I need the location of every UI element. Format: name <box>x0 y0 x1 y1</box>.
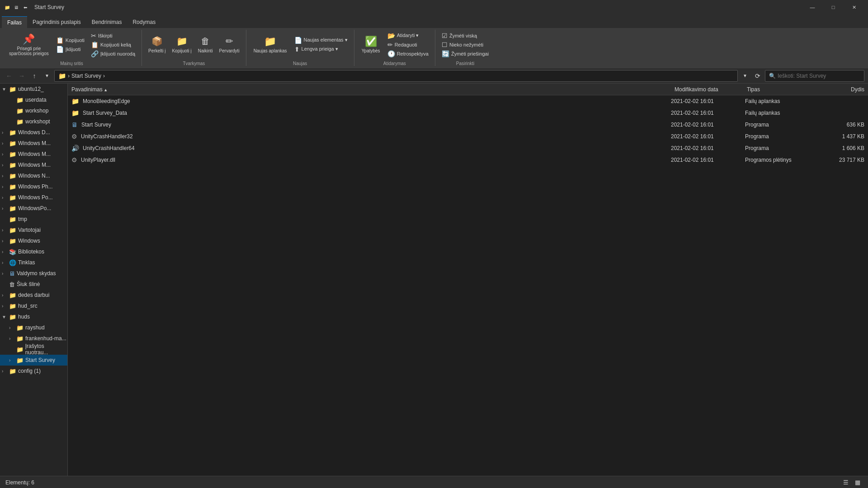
file-type: Programa <box>745 133 817 140</box>
copy-button[interactable]: 📋 Kopijuoti <box>53 36 87 45</box>
cut-col: ✂ Iškirpti 📋 Kopijuoti kelią 🔗 Įklijuoti… <box>88 31 138 58</box>
sidebar-item-tmp[interactable]: 📁 tmp <box>0 214 67 225</box>
copyto-button[interactable]: 📁 Kopijuoti į <box>169 31 194 58</box>
sidebar-item-windowsm3[interactable]: › 📁 Windows M... <box>0 160 67 170</box>
sidebar-label: dedes darbui <box>18 292 49 298</box>
sidebar-item-irasytos[interactable]: 📁 Įrašytos nuotrau... <box>0 344 67 355</box>
invertselect-button[interactable]: 🔄 Žymėti priešingai <box>439 49 491 58</box>
expand-icon: › <box>9 358 14 363</box>
file-type: Programos plėtinys <box>745 157 817 163</box>
folder-icon: 📁 <box>9 205 16 212</box>
sidebar-item-valdymo[interactable]: › 🖥 Valdymo skydas <box>0 268 67 279</box>
history-button[interactable]: 🕐 Retrospektyva <box>385 49 431 58</box>
easyaccess-button[interactable]: ⬆ Lengva prieiga ▾ <box>292 45 350 54</box>
file-row[interactable]: 🖥 Start Survey 2021-02-02 16:01 Programa… <box>68 119 868 131</box>
copypath-button[interactable]: 📋 Kopijuoti kelią <box>88 40 138 49</box>
refresh-nav-button[interactable]: ▼ <box>42 70 52 81</box>
open-label: Atidaryti ▾ <box>397 33 419 38</box>
newfolder-button[interactable]: 📁 Naujas aplankas <box>250 31 291 58</box>
file-type: Programa <box>745 122 817 128</box>
col-header-date[interactable]: Modifikavimo data <box>675 86 747 93</box>
close-button[interactable]: ✕ <box>844 0 864 14</box>
list-view-button[interactable]: ☰ <box>841 478 851 488</box>
forward-button[interactable]: → <box>16 70 27 81</box>
file-name: UnityCrashHandler32 <box>81 133 669 140</box>
file-row[interactable]: ⚙ UnityPlayer.dll 2021-02-02 16:01 Progr… <box>68 154 868 166</box>
sidebar-item-windows[interactable]: › 📁 Windows <box>0 235 67 246</box>
selectall-icon: ☑ <box>442 32 448 39</box>
search-input[interactable] <box>778 73 860 79</box>
back-button[interactable]: ← <box>4 70 14 81</box>
expand-icon: › <box>2 174 7 178</box>
sidebar-item-hudsrc[interactable]: › 📁 hud_src <box>0 300 67 311</box>
pin-button[interactable]: 📌 Prisegti priesparčiosios prieigos <box>5 31 52 58</box>
folder-icon: 📁 <box>16 324 24 331</box>
open-button[interactable]: 📂 Atidaryti ▾ <box>385 31 431 40</box>
tab-pagrindinis[interactable]: Pagrindinis puslapis <box>27 16 86 28</box>
col-header-name[interactable]: Pavadinimas <box>71 86 675 93</box>
minimize-button[interactable]: — <box>802 0 823 14</box>
sidebar-item-windowspo[interactable]: › 📁 Windows Po... <box>0 192 67 203</box>
selectall-button[interactable]: ☑ Žymėti viską <box>439 31 491 40</box>
maximize-button[interactable]: □ <box>823 0 844 14</box>
file-row[interactable]: 📁 MonoBleedingEdge 2021-02-02 16:01 Fail… <box>68 95 868 107</box>
sidebar-item-workshop[interactable]: 📁 workshop <box>0 105 67 116</box>
col-header-size[interactable]: Dydis <box>819 86 864 93</box>
delete-button[interactable]: 🗑 Naikinti <box>195 31 216 58</box>
sidebar-item-windowsm1[interactable]: › 📁 Windows M... <box>0 138 67 149</box>
newitem-button[interactable]: 📄 Naujas elementas ▾ <box>292 36 350 45</box>
sidebar-item-userdata[interactable]: 📁 userdata <box>0 94 67 105</box>
sidebar-label: Windows M... <box>18 140 51 146</box>
tab-rodymas[interactable]: Rodymas <box>127 16 161 28</box>
sidebar-item-config[interactable]: › 📁 config (1) <box>0 366 67 376</box>
move-button[interactable]: 📦 Perkelti į <box>146 31 168 58</box>
dropdown-button[interactable]: ▼ <box>740 70 750 81</box>
folder-icon: 📁 <box>9 86 16 93</box>
properties-icon: ✅ <box>365 36 377 47</box>
refresh-button[interactable]: ⟳ <box>752 70 763 81</box>
sidebar-item-tinklas[interactable]: › 🌐 Tinklas <box>0 257 67 268</box>
sidebar-item-rayshud[interactable]: › 📁 rayshud <box>0 322 67 333</box>
sidebar-item-windowsp[interactable]: › 📁 Windows Ph... <box>0 181 67 192</box>
sidebar-item-vartotojai[interactable]: › 📁 Vartotojai <box>0 225 67 235</box>
sidebar-label: workshopt <box>25 118 50 125</box>
file-row[interactable]: 📁 Start Survey_Data 2021-02-02 16:01 Fai… <box>68 107 868 119</box>
detail-view-button[interactable]: ▦ <box>853 478 863 488</box>
col-header-type[interactable]: Tipas <box>747 86 819 93</box>
up-button[interactable]: ↑ <box>29 70 40 81</box>
sidebar-item-huds[interactable]: ▼ 📁 huds <box>0 311 67 322</box>
tab-failas[interactable]: Failas <box>2 16 27 28</box>
sidebar-item-windowspo2[interactable]: › 📁 WindowsPo... <box>0 203 67 214</box>
sidebar-item-windowsn[interactable]: › 📁 Windows N... <box>0 170 67 181</box>
file-name: Start Survey <box>81 122 669 128</box>
move-label: Perkelti į <box>148 48 165 53</box>
selectnone-button[interactable]: ☐ Nieko nežymėti <box>439 40 491 49</box>
expand-icon: › <box>2 152 7 157</box>
newitem-label: Naujas elementas ▾ <box>304 37 348 43</box>
copy-icon: 📋 <box>56 37 64 44</box>
sidebar-item-siuksline[interactable]: 🗑 Šiuk šlinė <box>0 279 67 290</box>
file-name: UnityCrashHandler64 <box>83 145 669 151</box>
pastelink-button[interactable]: 🔗 Įklijuoti nuorodą <box>88 49 138 58</box>
sidebar-item-ubuntu12[interactable]: ▼ 📁 ubuntu12_ <box>0 84 67 94</box>
sidebar-item-bibliotekos[interactable]: › 📚 Bibliotekos <box>0 246 67 257</box>
properties-button[interactable]: ✅ Ypatybės <box>358 31 384 58</box>
tab-bendrinimas[interactable]: Bendrinimas <box>86 16 127 28</box>
folder-icon: 📁 <box>9 303 16 310</box>
folder-icon: 📁 <box>16 335 24 342</box>
address-bar[interactable]: 📁 › Start Survey › <box>54 70 738 82</box>
sidebar-item-windowsd[interactable]: › 📁 Windows D... <box>0 127 67 138</box>
edit-button[interactable]: ✏ Redaguoti <box>385 40 431 49</box>
copy-paste-col: 📋 Kopijuoti 📄 Įklijuoti <box>53 36 87 54</box>
file-row[interactable]: 🔊 UnityCrashHandler64 2021-02-02 16:01 P… <box>68 142 868 154</box>
file-row[interactable]: ⚙ UnityCrashHandler32 2021-02-02 16:01 P… <box>68 131 868 142</box>
rename-button[interactable]: ✏ Pervardyti <box>217 31 242 58</box>
sidebar-item-frankenhud[interactable]: › 📁 frankenhud-ma... <box>0 333 67 344</box>
sidebar-item-workshopt[interactable]: 📁 workshopt <box>0 116 67 127</box>
sidebar-item-windowsm2[interactable]: › 📁 Windows M... <box>0 149 67 160</box>
sidebar-item-dedes[interactable]: › 📁 dedes darbui <box>0 290 67 300</box>
sidebar-item-startsurvey[interactable]: › 📁 Start Survey <box>0 355 67 366</box>
paste-button[interactable]: 📄 Įklijuoti <box>53 45 87 54</box>
search-bar[interactable]: 🔍 <box>765 70 864 82</box>
cut-button[interactable]: ✂ Iškirpti <box>88 31 138 40</box>
